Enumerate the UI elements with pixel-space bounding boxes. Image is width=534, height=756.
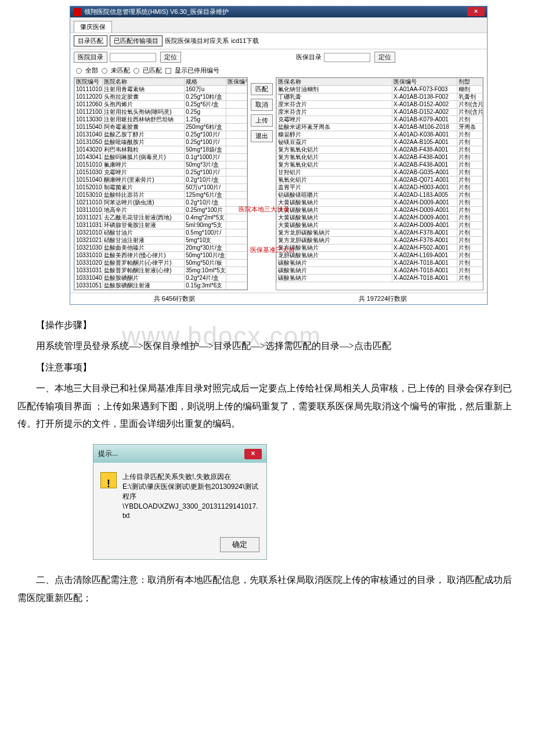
hospital-catalog-button[interactable]: 医院目录 [74,52,107,63]
table-row[interactable]: 大黄碳酸氢钠片X-A02AH-D009-A001片剂 [277,207,483,214]
steps-paragraph: 用系统管理员登录系统—>医保目录维护—>目录匹配—>选择需匹配的目录—>点击匹配 [17,337,517,355]
insurance-grid[interactable]: 医保名称 医保编号 剂型 氟化钠甘油糊剂X-A01AA-F073-F003糊剂丁… [276,77,484,290]
insurance-search-input[interactable] [324,53,370,62]
table-row[interactable]: 10331040盐酸胺碘酮片0.2g*24片/盒 [75,275,247,282]
table-row[interactable]: 盐酸米诺环素牙周条X-A01AB-M106-Z018牙周条 [277,124,483,131]
table-row[interactable]: 氟化钠甘油糊剂X-A01AA-F073-F003糊剂 [277,86,483,93]
table-row[interactable]: 10153010盐酸特比萘芬片125mg*6片/盒 [75,192,247,199]
table-row[interactable]: 复方碳酸氢钠片X-A02AH-F502-A001片剂 [277,244,483,252]
table-row[interactable]: 10331051盐酸胺碘酮注射液0.15g:3ml*6支 [75,282,247,290]
table-row[interactable]: 氢氧化铝片X-A02AB-Q071-A001片剂 [277,177,483,184]
tab-zhaoqing[interactable]: 肇庆医保 [74,21,112,33]
col-ins-number: 医保编号 [392,78,457,86]
tab-icd11[interactable]: icd11下载 [231,37,259,45]
note-2: 二、点击清除匹配需注意：取消所有本地匹配信息，先联系社保局取消医院上传的审核通过… [17,571,517,607]
table-row[interactable]: 10321030盐酸曲美他嗪片20mg*30片/盒 [75,244,247,252]
app-icon [74,8,82,16]
right-footer: 共 197224行数据 [279,293,487,304]
tab-transferred[interactable]: 已匹配传输项目 [110,35,163,46]
upload-button[interactable]: 上传 [251,114,273,127]
table-row[interactable]: 10331031盐酸普罗帕酮注射液(心律)35mg:10ml*5支 [75,267,247,275]
table-row[interactable]: 10143041盐酸吗啉胍片(病毒灵片)0.1g*1000片/ [75,154,247,161]
table-row[interactable]: 10131050盐酸吡嗪酰胺片0.25g*100片/ [75,139,247,146]
table-row[interactable]: 10151040酮康唑片(里素劳片)0.2g*10片/盒 [75,177,247,184]
table-row[interactable]: 铋镁豆蔻片X-A02AA-B105-A001片剂 [277,139,483,146]
left-footer: 共 6456行数据 [70,293,279,304]
table-row[interactable]: 糠甾醇片X-A01AD-K038-A001片剂 [277,131,483,139]
radio-unmatched[interactable] [102,68,107,74]
table-row[interactable]: 10115040阿奇霉素胶囊250mg*6粒/盒 [75,124,247,131]
table-row[interactable]: 10321021硝酸甘油注射液5mg*10支 [75,237,247,244]
table-row[interactable]: 10112100注射用拉氧头孢钠(噻吗灵)0.25g [75,109,247,116]
table-row[interactable]: 甘羟铝片X-A02AB-G035-A001片剂 [277,169,483,177]
table-row[interactable]: 10151030克霉唑片0.25g*100片/ [75,169,247,177]
table-row[interactable]: 复方氢氧化铝片X-A02AB-F438-A001片剂 [277,146,483,154]
table-row[interactable]: 克霉唑片X-A01AB-K079-A001片剂 [277,116,483,124]
tab-relation[interactable]: 医院医保项目对应关系 [165,37,229,45]
match-button[interactable]: 匹配 [251,83,273,95]
table-row[interactable]: 复方龙胆碳酸氢钠片X-A02AH-F378-A001片剂 [277,229,483,237]
table-row[interactable]: 度米芬含片X-A01AB-D152-A002片剂(含片) [277,101,483,109]
ok-button[interactable]: 确定 [220,537,259,552]
table-row[interactable]: 铝碳酸镁咀嚼片X-A02AD-L183-A005片剂 [277,192,483,199]
window-title: 领翔医院信息管理系统(HMIS) V6.30_医保目录维护 [84,8,229,16]
table-row[interactable]: 复方氢氧化铝片X-A02AB-F438-A001片剂 [277,154,483,161]
table-row[interactable]: 盖胃平片X-A02AD-H003-A001片剂 [277,184,483,192]
app-window: 领翔医院信息管理系统(HMIS) V6.30_医保目录维护 × 肇庆医保 目录匹… [70,6,488,305]
notes-heading: 【注意事项】 [17,359,517,376]
radio-matched[interactable] [134,68,139,74]
note-1: 一、本地三大目录已和社保局基准库目录对照完成后一定要点上传给社保局相关人员审核，… [17,380,517,433]
check-show-disabled[interactable] [165,68,171,74]
table-row[interactable]: 10111010注射用青霉素钠160万u [75,86,247,93]
table-row[interactable]: 大黄碳酸氢钠片X-A02AH-D009-A001片剂 [277,199,483,207]
table-row[interactable]: 度米芬含片X-A01AB-D152-A002片剂(含片) [277,109,483,116]
error-dialog: 提示... × 上传目录匹配关系失败!,失败原因在 E:\测试\肇庆医保测试\更… [93,444,267,560]
table-row[interactable]: 10143020利巴韦林颗粒50mg*18袋/盒 [75,146,247,154]
col-ins-code: 医保编号 [226,78,247,86]
col-hospital-id: 医院编号 [75,78,103,86]
table-row[interactable]: 复方龙胆碳酸氢钠片X-A02AH-F378-A001片剂 [277,237,483,244]
table-row[interactable]: 大黄碳酸氢钠片X-A02AH-D009-A001片剂 [277,214,483,222]
dialog-close-icon[interactable]: × [244,449,262,459]
table-row[interactable]: 碳酸氢钠片X-A02AH-T018-A001片剂 [277,260,483,267]
table-row[interactable]: 龙胆碳酸氢钠片X-A02AH-L169-A001片剂 [277,252,483,260]
col-hospital-name: 医院名称 [103,78,185,86]
exit-button[interactable]: 退出 [251,130,273,142]
table-row[interactable]: 碳酸氢钠片X-A02AH-T018-A001片剂 [277,275,483,282]
hospital-search-input[interactable] [110,53,156,62]
warning-icon [100,472,117,488]
document-body: www.bdocx.com 【操作步骤】 用系统管理员登录系统—>医保目录维护—… [12,305,522,607]
annotation-hospital: 医院本地三大目录 [239,205,290,214]
table-row[interactable]: 10211010阿苯达唑片(肠虫清)0.2g*10片/盒 [75,199,247,207]
table-row[interactable]: 10311021去乙酰毛花苷注射液(西地)0.4mg*2ml*5支 [75,214,247,222]
hospital-locate-button[interactable]: 定位 [160,52,181,63]
table-row[interactable]: 大黄碳酸氢钠片X-A02AH-D009-A001片剂 [277,222,483,229]
table-row[interactable]: 10151010氟康唑片50mg*3片/盒 [75,161,247,169]
steps-heading: 【操作步骤】 [17,316,517,334]
table-row[interactable]: 10112020头孢拉定胶囊0.25g*10粒/盒 [75,93,247,101]
table-row[interactable]: 碳酸氢钠片X-A02AH-T018-A001片剂 [277,267,483,275]
table-row[interactable]: 10311010地高辛片0.25mg*100片 [75,207,247,214]
table-row[interactable]: 10331010盐酸美西律片(慢心律片)50mg*100片/盒 [75,252,247,260]
table-row[interactable]: 10113030注射用哌拉西林钠舒巴坦钠1.25g [75,116,247,124]
col-ins-name: 医保名称 [277,78,392,86]
table-row[interactable]: 复方氢氧化铝片X-A02AB-F438-A001片剂 [277,161,483,169]
table-row[interactable]: 丁硼乳膏X-A01AB-D138-F002乳膏剂 [277,93,483,101]
insurance-locate-button[interactable]: 定位 [374,52,395,63]
close-icon[interactable]: × [467,7,485,16]
table-row[interactable]: 10131040盐酸乙胺丁醇片0.25g*100片/ [75,131,247,139]
table-row[interactable]: 10152010制霉菌素片50万u*100片/ [75,184,247,192]
tab-match[interactable]: 目录匹配 [74,35,107,46]
dialog-title: 提示... [98,447,118,460]
table-row[interactable]: 10331020盐酸普罗帕酮片(心律平片)50mg*50片/板 [75,260,247,267]
annotation-insurance: 医保基准三大目 [250,246,295,254]
table-row[interactable]: 10112060头孢丙烯片0.25g*6片/盒 [75,101,247,109]
title-bar: 领翔医院信息管理系统(HMIS) V6.30_医保目录维护 × [70,6,487,17]
insurance-catalog-label: 医保目录 [296,53,322,62]
cancel-button[interactable]: 取消 [251,99,273,111]
dialog-message: 上传目录匹配关系失败!,失败原因在 E:\测试\肇庆医保测试\更新包201309… [122,472,259,521]
hospital-grid[interactable]: 医院编号 医院名称 规格 医保编号 10111010注射用青霉素钠160万u10… [74,77,248,290]
radio-all[interactable] [76,68,82,74]
table-row[interactable]: 10321010硝酸甘油片0.5mg*100片/ [75,229,247,237]
table-row[interactable]: 10311031环磷腺苷葡胺注射液5ml:90mg*5支 [75,222,247,229]
